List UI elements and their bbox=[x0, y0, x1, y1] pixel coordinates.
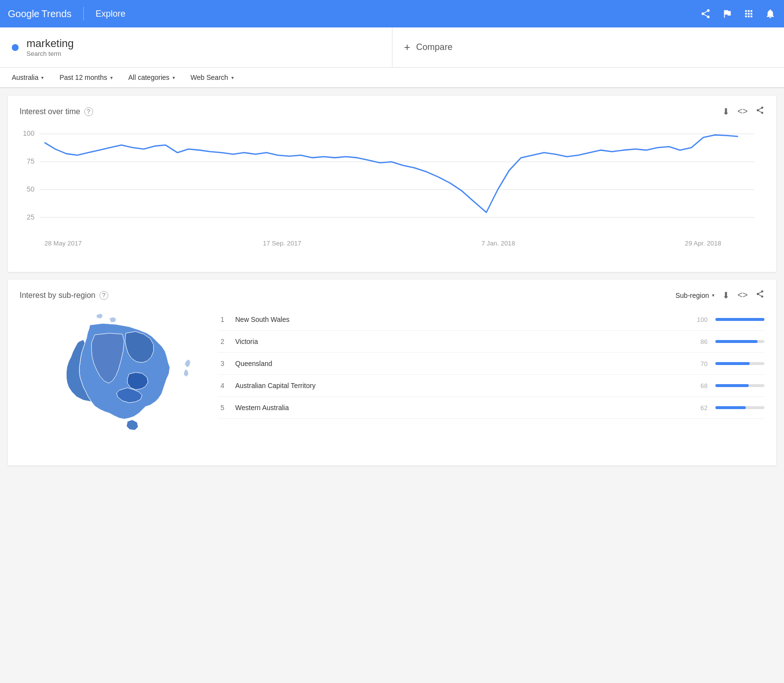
header-divider bbox=[83, 7, 84, 21]
subregion-dropdown[interactable]: Sub-region ▾ bbox=[675, 292, 714, 299]
apps-icon[interactable] bbox=[743, 8, 755, 20]
filter-category[interactable]: All categories ▾ bbox=[128, 73, 175, 81]
region-bar bbox=[715, 406, 746, 409]
region-value: 70 bbox=[690, 360, 708, 367]
chevron-down-icon: ▾ bbox=[41, 75, 44, 80]
header-icons bbox=[700, 8, 776, 20]
filter-country-label: Australia bbox=[12, 73, 38, 81]
search-term-box[interactable]: marketing Search term bbox=[0, 27, 392, 67]
region-item[interactable]: 2 Victoria 86 bbox=[218, 331, 764, 353]
card-title-area-subregion: Interest by sub-region ? bbox=[20, 291, 108, 300]
australia-map bbox=[29, 309, 196, 456]
logo-google: Google bbox=[8, 8, 40, 20]
region-bar bbox=[715, 362, 750, 365]
svg-text:7 Jan. 2018: 7 Jan. 2018 bbox=[481, 240, 515, 247]
main-content: Interest over time ? ⬇ <> 100 75 bbox=[0, 88, 784, 473]
embed-icon[interactable]: <> bbox=[737, 290, 748, 300]
filter-period[interactable]: Past 12 months ▾ bbox=[59, 73, 112, 81]
region-rank: 5 bbox=[218, 404, 227, 412]
logo-trends: Trends bbox=[42, 8, 72, 20]
search-term-text: marketing Search term bbox=[26, 37, 74, 57]
region-value: 100 bbox=[690, 316, 708, 323]
embed-icon[interactable]: <> bbox=[737, 106, 748, 117]
region-rank: 4 bbox=[218, 382, 227, 390]
interest-over-time-card: Interest over time ? ⬇ <> 100 75 bbox=[8, 96, 776, 272]
share-icon[interactable] bbox=[700, 8, 711, 20]
region-bar-container bbox=[715, 406, 764, 409]
share-icon[interactable] bbox=[756, 290, 764, 301]
region-bar bbox=[715, 340, 758, 343]
header-page-title: Explore bbox=[96, 9, 125, 19]
search-area: marketing Search term + Compare bbox=[0, 27, 784, 68]
region-name: Victoria bbox=[235, 338, 682, 345]
chevron-down-icon: ▾ bbox=[231, 75, 234, 80]
line-chart: 100 75 50 25 28 May 2017 17 Sep. 2017 7 … bbox=[20, 125, 764, 262]
svg-text:100: 100 bbox=[23, 129, 35, 137]
subregion-content: 1 New South Wales 100 2 Victoria 86 3 Qu… bbox=[20, 309, 764, 456]
filter-type[interactable]: Web Search ▾ bbox=[191, 73, 234, 81]
region-item[interactable]: 4 Australian Capital Territory 68 bbox=[218, 375, 764, 397]
subregion-header-right: Sub-region ▾ ⬇ <> bbox=[675, 290, 764, 301]
card-actions: ⬇ <> bbox=[722, 106, 764, 117]
region-item[interactable]: 5 Western Australia 62 bbox=[218, 397, 764, 419]
search-term-name: marketing bbox=[26, 37, 74, 50]
card-header-subregion: Interest by sub-region ? Sub-region ▾ ⬇ … bbox=[20, 290, 764, 301]
filter-country[interactable]: Australia ▾ bbox=[12, 73, 44, 81]
interest-by-subregion-card: Interest by sub-region ? Sub-region ▾ ⬇ … bbox=[8, 280, 776, 465]
region-list: 1 New South Wales 100 2 Victoria 86 3 Qu… bbox=[218, 309, 764, 456]
card-header-time: Interest over time ? ⬇ <> bbox=[20, 106, 764, 117]
region-bar bbox=[715, 384, 749, 387]
filters-bar: Australia ▾ Past 12 months ▾ All categor… bbox=[0, 68, 784, 88]
compare-label: Compare bbox=[416, 42, 452, 52]
region-name: New South Wales bbox=[235, 316, 682, 323]
filter-period-label: Past 12 months bbox=[59, 73, 107, 81]
region-rank: 2 bbox=[218, 338, 227, 345]
compare-plus-icon: + bbox=[404, 41, 411, 54]
region-rank: 1 bbox=[218, 316, 227, 323]
svg-text:50: 50 bbox=[27, 185, 35, 193]
flag-icon[interactable] bbox=[721, 8, 733, 20]
region-rank: 3 bbox=[218, 360, 227, 367]
svg-text:25: 25 bbox=[27, 213, 35, 221]
interest-by-subregion-title: Interest by sub-region bbox=[20, 291, 96, 300]
svg-text:75: 75 bbox=[27, 157, 35, 165]
interest-over-time-title: Interest over time bbox=[20, 107, 80, 116]
svg-text:29 Apr. 2018: 29 Apr. 2018 bbox=[685, 240, 721, 247]
search-term-type: Search term bbox=[26, 50, 74, 57]
region-value: 62 bbox=[690, 404, 708, 412]
region-bar-container bbox=[715, 340, 764, 343]
map-area bbox=[20, 309, 206, 456]
filter-type-label: Web Search bbox=[191, 73, 228, 81]
share-icon[interactable] bbox=[756, 106, 764, 117]
region-bar bbox=[715, 318, 764, 321]
help-icon-subregion[interactable]: ? bbox=[99, 291, 108, 300]
card-title-area: Interest over time ? bbox=[20, 107, 93, 116]
chevron-down-icon: ▾ bbox=[110, 75, 113, 80]
region-item[interactable]: 1 New South Wales 100 bbox=[218, 309, 764, 331]
region-bar-container bbox=[715, 362, 764, 365]
chevron-down-icon: ▾ bbox=[172, 75, 175, 80]
svg-text:28 May 2017: 28 May 2017 bbox=[45, 240, 82, 247]
notifications-icon[interactable] bbox=[764, 8, 776, 20]
svg-text:17 Sep. 2017: 17 Sep. 2017 bbox=[263, 240, 301, 247]
logo: Google Trends bbox=[8, 8, 72, 20]
region-value: 86 bbox=[690, 338, 708, 345]
region-name: Queensland bbox=[235, 360, 682, 367]
subregion-dropdown-label: Sub-region bbox=[675, 292, 709, 299]
app-header: Google Trends Explore bbox=[0, 0, 784, 27]
search-dot bbox=[12, 44, 19, 51]
filter-category-label: All categories bbox=[128, 73, 170, 81]
region-item[interactable]: 3 Queensland 70 bbox=[218, 353, 764, 375]
region-bar-container bbox=[715, 384, 764, 387]
chevron-down-icon: ▾ bbox=[712, 293, 714, 298]
download-icon[interactable]: ⬇ bbox=[722, 106, 730, 117]
region-bar-container bbox=[715, 318, 764, 321]
region-value: 68 bbox=[690, 382, 708, 390]
chart-svg: 100 75 50 25 28 May 2017 17 Sep. 2017 7 … bbox=[20, 129, 764, 250]
download-icon[interactable]: ⬇ bbox=[722, 290, 730, 301]
compare-box[interactable]: + Compare bbox=[392, 27, 784, 67]
region-name: Australian Capital Territory bbox=[235, 382, 682, 390]
region-name: Western Australia bbox=[235, 404, 682, 412]
help-icon[interactable]: ? bbox=[84, 107, 93, 116]
